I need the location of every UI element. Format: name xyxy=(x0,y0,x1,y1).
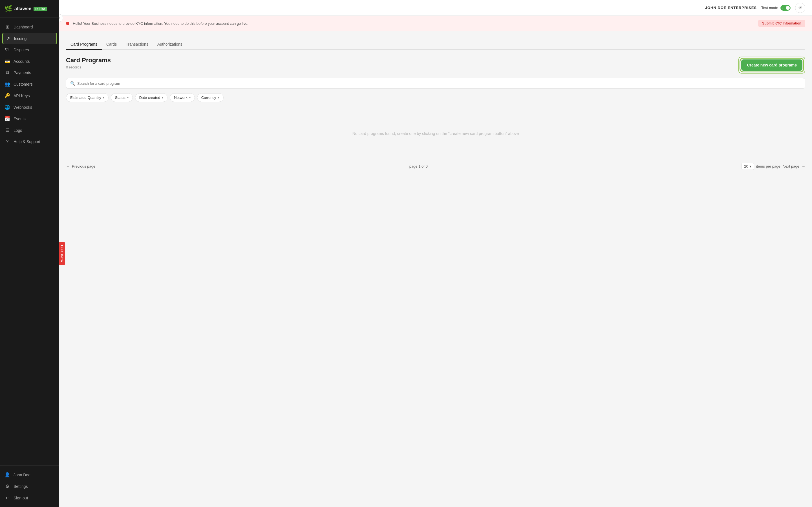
kyc-dot-icon xyxy=(66,22,69,25)
search-input[interactable] xyxy=(77,81,801,86)
pagination: ← Previous page page 1 of 0 20 ▾ items p… xyxy=(66,158,805,174)
sidebar-item-label: Disputes xyxy=(13,48,29,52)
logo-area: 🌿 allawee INFRA xyxy=(0,0,59,18)
filter-currency[interactable]: Currency ▾ xyxy=(197,93,223,102)
sidebar-item-label: Settings xyxy=(13,484,28,489)
next-page-button[interactable]: Next page → xyxy=(783,164,805,168)
sidebar-item-signout[interactable]: ↩ Sign out xyxy=(0,492,59,504)
sidebar-item-label: Help & Support xyxy=(13,139,40,144)
sidebar-item-help[interactable]: ? Help & Support xyxy=(0,136,59,147)
items-per-page-control: 20 ▾ items per page Next page → xyxy=(742,163,805,170)
sidebar-item-label: John Doe xyxy=(13,473,31,477)
signout-icon: ↩ xyxy=(4,495,10,501)
test-data-tab[interactable]: TEST DATA xyxy=(59,242,65,265)
filter-estimated-quantity[interactable]: Estimated Quantity ▾ xyxy=(66,93,109,102)
sidebar-item-api-keys[interactable]: 🔑 API Keys xyxy=(0,90,59,101)
events-icon: 📅 xyxy=(4,116,10,121)
search-bar: 🔍 xyxy=(66,78,805,89)
payments-icon: 🖥 xyxy=(4,70,10,75)
section-title-group: Card Programs 0 records xyxy=(66,57,111,69)
enterprise-name: JOHN DOE ENTERPRISES xyxy=(705,6,757,10)
items-per-page-label: items per page xyxy=(756,164,780,168)
sidebar: 🌿 allawee INFRA ⊞ Dashboard ↗ Issuing 🛡 … xyxy=(0,0,59,507)
test-mode-toggle[interactable]: Test mode ✓ xyxy=(761,5,791,11)
logo-text: allawee xyxy=(14,6,31,11)
arrow-right-icon: → xyxy=(802,164,805,168)
record-count: 0 records xyxy=(66,65,111,69)
per-page-value: 20 xyxy=(744,164,748,168)
page-content: Card Programs Cards Transactions Authori… xyxy=(59,31,812,507)
chevron-down-icon: ▾ xyxy=(162,96,163,99)
sidebar-item-disputes[interactable]: 🛡 Disputes xyxy=(0,44,59,55)
filter-label: Network xyxy=(174,96,188,100)
tab-authorizations[interactable]: Authorizations xyxy=(153,39,187,50)
customers-icon: 👥 xyxy=(4,81,10,87)
filters-bar: Estimated Quantity ▾ Status ▾ Date creat… xyxy=(66,93,805,102)
sidebar-item-label: Events xyxy=(13,117,26,121)
filter-network[interactable]: Network ▾ xyxy=(170,93,195,102)
sidebar-item-label: Payments xyxy=(13,70,31,75)
sidebar-item-logs[interactable]: ☰ Logs xyxy=(0,124,59,136)
filter-status[interactable]: Status ▾ xyxy=(111,93,133,102)
filter-date-created[interactable]: Date created ▾ xyxy=(135,93,167,102)
search-icon: 🔍 xyxy=(70,81,75,86)
logs-icon: ☰ xyxy=(4,128,10,133)
webhooks-icon: 🌐 xyxy=(4,105,10,110)
sidebar-item-customers[interactable]: 👥 Customers xyxy=(0,78,59,90)
chevron-down-icon: ▾ xyxy=(189,96,191,99)
sidebar-item-settings[interactable]: ⚙ Settings xyxy=(0,481,59,492)
sidebar-bottom: 👤 John Doe ⚙ Settings ↩ Sign out xyxy=(0,465,59,507)
sidebar-item-label: Sign out xyxy=(13,496,28,500)
filter-label: Estimated Quantity xyxy=(70,96,101,100)
page-title: Card Programs xyxy=(66,57,111,64)
api-keys-icon: 🔑 xyxy=(4,93,10,98)
help-icon: ? xyxy=(4,139,10,144)
sidebar-item-accounts[interactable]: 💳 Accounts xyxy=(0,55,59,67)
chevron-down-icon: ▾ xyxy=(103,96,104,99)
sidebar-nav: ⊞ Dashboard ↗ Issuing 🛡 Disputes 💳 Accou… xyxy=(0,18,59,465)
create-card-program-button[interactable]: Create new card programs xyxy=(741,59,802,71)
header: JOHN DOE ENTERPRISES Test mode ✓ ☀ xyxy=(59,0,812,16)
sidebar-item-label: Logs xyxy=(13,128,22,133)
page-info: page 1 of 0 xyxy=(409,164,428,168)
disputes-icon: 🛡 xyxy=(4,47,10,52)
kyc-banner: Hello! Your Business needs to provide KY… xyxy=(59,16,812,31)
user-icon: 👤 xyxy=(4,472,10,477)
per-page-select[interactable]: 20 ▾ xyxy=(742,163,754,170)
sidebar-item-payments[interactable]: 🖥 Payments xyxy=(0,67,59,78)
kyc-message: Hello! Your Business needs to provide KY… xyxy=(73,21,755,25)
issuing-icon: ↗ xyxy=(5,36,11,41)
settings-icon: ⚙ xyxy=(4,484,10,489)
tab-card-programs[interactable]: Card Programs xyxy=(66,39,102,50)
tabs-bar: Card Programs Cards Transactions Authori… xyxy=(66,38,805,50)
dashboard-icon: ⊞ xyxy=(4,24,10,30)
filter-label: Status xyxy=(115,96,125,100)
sidebar-item-user[interactable]: 👤 John Doe xyxy=(0,469,59,481)
prev-page-button[interactable]: ← Previous page xyxy=(66,164,95,168)
chevron-down-icon: ▾ xyxy=(218,96,219,99)
create-button-wrapper: Create new card programs xyxy=(739,57,805,73)
accounts-icon: 💳 xyxy=(4,59,10,64)
sidebar-item-label: Customers xyxy=(13,82,33,87)
filter-label: Currency xyxy=(201,96,216,100)
content-area: Hello! Your Business needs to provide KY… xyxy=(59,16,812,507)
prev-page-label: Previous page xyxy=(72,164,95,168)
filter-label: Date created xyxy=(139,96,160,100)
sidebar-item-label: Dashboard xyxy=(13,25,33,29)
logo-badge: INFRA xyxy=(34,7,47,11)
sidebar-item-label: Issuing xyxy=(14,36,27,41)
submit-kyc-button[interactable]: Submit KYC Information xyxy=(758,20,805,27)
sidebar-item-dashboard[interactable]: ⊞ Dashboard xyxy=(0,21,59,33)
sidebar-item-webhooks[interactable]: 🌐 Webhooks xyxy=(0,101,59,113)
sidebar-item-events[interactable]: 📅 Events xyxy=(0,113,59,124)
sidebar-item-label: Webhooks xyxy=(13,105,32,110)
theme-toggle-button[interactable]: ☀ xyxy=(795,3,805,13)
sidebar-item-label: Accounts xyxy=(13,59,30,64)
chevron-down-icon: ▾ xyxy=(749,164,751,168)
sidebar-item-issuing[interactable]: ↗ Issuing xyxy=(2,33,57,44)
chevron-down-icon: ▾ xyxy=(127,96,129,99)
test-mode-switch[interactable]: ✓ xyxy=(780,5,791,11)
tab-cards[interactable]: Cards xyxy=(102,39,121,50)
tab-transactions[interactable]: Transactions xyxy=(121,39,153,50)
sidebar-item-label: API Keys xyxy=(13,94,30,98)
